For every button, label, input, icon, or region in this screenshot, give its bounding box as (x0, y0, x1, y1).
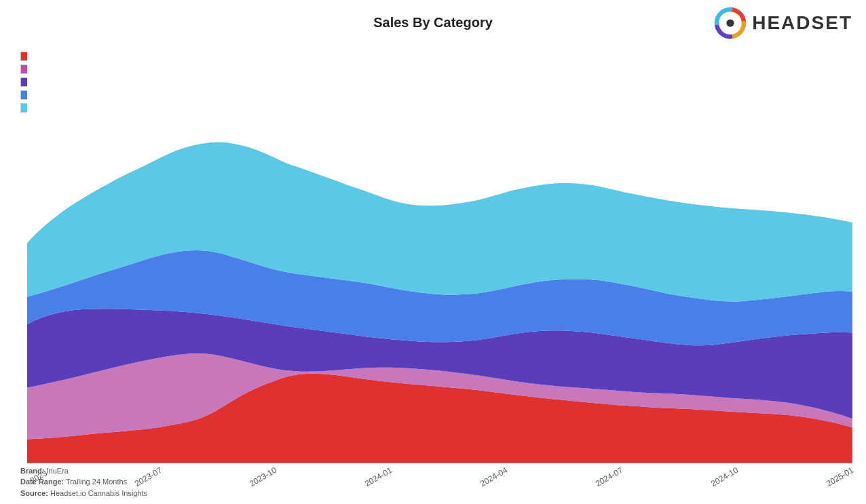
x-axis-label: 2025-01 (825, 465, 855, 488)
x-axis-label: 2023-10 (248, 465, 278, 488)
date-value: Trailing 24 Months (66, 478, 127, 486)
brand-label: Brand: (20, 467, 44, 475)
chart-title: Sales By Category (0, 15, 866, 31)
chart-container: HEADSET Sales By Category Concentrates E… (0, 0, 866, 504)
brand-value: InuEra (47, 467, 69, 475)
source-label: Source: (20, 489, 48, 497)
x-axis-label: 2024-01 (363, 465, 394, 488)
chart-svg (27, 44, 852, 463)
x-axis-label: 2024-04 (478, 465, 509, 488)
x-axis-label: 2024-07 (594, 465, 624, 488)
x-axis-labels: 20232023-072023-102024-012024-042024-072… (27, 473, 852, 482)
x-axis-label: 2024-10 (709, 465, 740, 488)
date-label: Date Range: (20, 478, 64, 486)
footer-info: Brand: InuEra Date Range: Trailing 24 Mo… (20, 465, 147, 499)
source-value: Headset.io Cannabis Insights (50, 489, 147, 497)
